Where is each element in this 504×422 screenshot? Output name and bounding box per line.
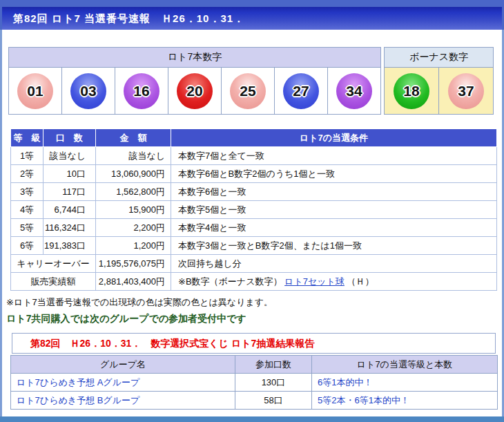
lotto-ball: 03	[70, 73, 106, 109]
col-header-group-result: ロト7の当選等級と本数	[312, 356, 498, 374]
group-purchase-note: ロト7共同購入では次のグループでの参加者受付中です	[6, 313, 502, 325]
units-cell: 6,744口	[43, 201, 96, 219]
winning-numbers-section: ロト7本数字 01 03 16 20 25 27 34 ボーナス数字 18	[8, 47, 502, 115]
condition-cell: 本数字5個と一致	[171, 201, 497, 219]
group-table-header-row: グループ名 参加口数 ロト7の当選等級と本数	[11, 356, 498, 374]
lotto-ball-cell: 25	[222, 68, 275, 115]
lotto-ball-cell: 34	[328, 68, 381, 115]
bonus-ball-cell: 37	[439, 68, 494, 115]
lotto-ball: 34	[336, 73, 372, 109]
main-numbers-table: ロト7本数字 01 03 16 20 25 27 34	[8, 47, 381, 115]
top-strip	[0, 0, 504, 7]
amount-cell: 13,060,900円	[96, 165, 171, 183]
lotto-ball-cell: 01	[9, 68, 62, 115]
content-area: ロト7本数字 01 03 16 20 25 27 34 ボーナス数字 18	[0, 30, 504, 416]
bonus-ball: 18	[394, 73, 429, 109]
bonus-ball-cell: 18	[385, 68, 439, 115]
group-name-cell: ロト7ひらめき予想 Aグループ	[11, 374, 235, 392]
prize-table-header-row: 等 級 口 数 金 額 ロト7の当選条件	[11, 129, 497, 147]
table-row: 3等 117口 1,562,800円 本数字6個と一致	[11, 183, 497, 201]
group-a-link[interactable]: ロト7ひらめき予想 Aグループ	[17, 377, 139, 387]
amount-cell: 15,900円	[96, 201, 171, 219]
tier-cell: 5等	[11, 219, 43, 237]
bonus-numbers-header: ボーナス数字	[385, 48, 494, 68]
group-row: ロト7ひらめき予想 Aグループ 130口 6等1本的中！	[11, 374, 498, 392]
group-units-cell: 58口	[235, 392, 312, 410]
col-header-group-name: グループ名	[11, 356, 235, 374]
bonus-ball: 37	[448, 73, 484, 109]
tier-cell: 6等	[11, 237, 43, 255]
sales-amount: 2,881,403,400円	[96, 273, 171, 291]
tier-cell: 4等	[11, 201, 43, 219]
table-row: 5等 116,324口 2,200円 本数字4個と一致	[11, 219, 497, 237]
group-table: グループ名 参加口数 ロト7の当選等級と本数 ロト7ひらめき予想 Aグループ 1…	[10, 355, 498, 410]
carryover-note: 次回持ち越し分	[171, 255, 497, 273]
col-header-amount: 金 額	[96, 129, 171, 147]
col-header-units: 口 数	[43, 129, 96, 147]
col-header-condition: ロト7の当選条件	[171, 129, 497, 147]
carryover-row: キャリーオーバー 1,195,576,075円 次回持ち越し分	[11, 255, 497, 273]
condition-cell: 本数字3個と一致とB数字2個、または1個一致	[171, 237, 497, 255]
bottom-bar	[0, 416, 504, 422]
set-ball-link[interactable]: ロト7セット球	[284, 276, 345, 287]
report-title: 第82回 Ｈ26．10．31． 数字選択式宝くじ ロト7抽選結果報告	[12, 333, 496, 354]
col-header-tier: 等 級	[11, 129, 43, 147]
lotto-ball-cell: 20	[168, 68, 222, 115]
units-cell: 191,383口	[43, 237, 96, 255]
tier-cell: 1等	[11, 147, 43, 165]
col-header-group-units: 参加口数	[235, 356, 312, 374]
lotto-ball: 16	[124, 73, 159, 109]
sales-row: 販売実績額 2,881,403,400円 ※B数字（ボーナス数字） ロト7セット…	[11, 273, 497, 291]
amount-cell: 1,200円	[96, 237, 171, 255]
color-note: ※ロト7当選番号速報での出現球の色は実際の色とは異なります。	[6, 296, 502, 309]
lotto-ball: 25	[230, 73, 266, 109]
units-cell: 116,324口	[43, 219, 96, 237]
sales-note-prefix: ※B数字（ボーナス数字）	[178, 276, 282, 287]
condition-cell: 本数字6個と一致	[171, 183, 497, 201]
sales-note-suffix: （Ｈ）	[347, 276, 374, 287]
carryover-amount: 1,195,576,075円	[96, 255, 171, 273]
condition-cell: 本数字4個と一致	[171, 219, 497, 237]
units-cell: 該当なし	[43, 147, 96, 165]
page-title: 第82回 ロト7 当選番号速報 Ｈ26．10．31．	[2, 7, 502, 30]
sales-note: ※B数字（ボーナス数字） ロト7セット球 （Ｈ）	[171, 273, 497, 291]
lotto-ball: 20	[177, 73, 213, 109]
lotto-ball-cell: 16	[115, 68, 168, 115]
amount-cell: 1,562,800円	[96, 183, 171, 201]
group-result-cell: 5等2本・6等1本的中！	[312, 392, 498, 410]
condition-cell: 本数字6個とB数字2個のうち1個と一致	[171, 165, 497, 183]
table-row: 2等 10口 13,060,900円 本数字6個とB数字2個のうち1個と一致	[11, 165, 497, 183]
table-row: 1等 該当なし 該当なし 本数字7個と全て一致	[11, 147, 497, 165]
tier-cell: 3等	[11, 183, 43, 201]
group-name-cell: ロト7ひらめき予想 Bグループ	[11, 392, 235, 410]
bonus-numbers-table: ボーナス数字 18 37	[384, 47, 494, 115]
table-row: 4等 6,744口 15,900円 本数字5個と一致	[11, 201, 497, 219]
table-row: 6等 191,383口 1,200円 本数字3個と一致とB数字2個、または1個一…	[11, 237, 497, 255]
condition-cell: 本数字7個と全て一致	[171, 147, 497, 165]
tier-cell: 2等	[11, 165, 43, 183]
main-numbers-header: ロト7本数字	[9, 48, 381, 68]
amount-cell: 2,200円	[96, 219, 171, 237]
carryover-label: キャリーオーバー	[11, 255, 96, 273]
units-cell: 10口	[43, 165, 96, 183]
amount-cell: 該当なし	[96, 147, 171, 165]
lotto-ball-cell: 03	[62, 68, 115, 115]
units-cell: 117口	[43, 183, 96, 201]
group-units-cell: 130口	[235, 374, 312, 392]
lotto-ball-cell: 27	[275, 68, 328, 115]
sales-label: 販売実績額	[11, 273, 96, 291]
page: 第82回 ロト7 当選番号速報 Ｈ26．10．31． ロト7本数字 01 03 …	[0, 0, 504, 422]
prize-table: 等 級 口 数 金 額 ロト7の当選条件 1等 該当なし 該当なし 本数字7個と…	[10, 128, 497, 291]
lotto-ball: 27	[283, 73, 319, 109]
lotto-ball: 01	[17, 73, 53, 109]
group-result-cell: 6等1本的中！	[312, 374, 498, 392]
group-b-link[interactable]: ロト7ひらめき予想 Bグループ	[17, 395, 139, 405]
group-row: ロト7ひらめき予想 Bグループ 58口 5等2本・6等1本的中！	[11, 392, 498, 410]
